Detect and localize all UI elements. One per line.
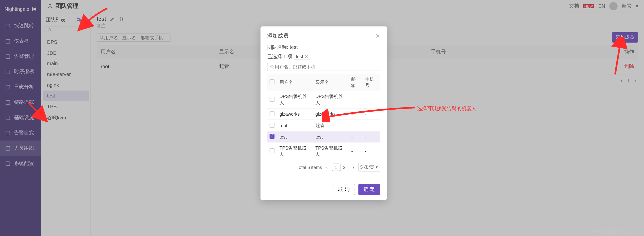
annotation-text: 选择可以接受告警的机器人: [417, 105, 476, 112]
modal-user-table: 用户名 显示名 邮箱 手机号 DPS告警机器人DPS告警机器人--gizawor…: [267, 74, 380, 160]
cancel-button[interactable]: 取 消: [333, 184, 355, 195]
page-size-select[interactable]: 5 条/页 ▾: [358, 163, 380, 172]
search-icon: [270, 64, 275, 70]
close-icon[interactable]: ✕: [375, 33, 380, 39]
watermark: CSDN @骄傲的猪猪(团团): [586, 228, 640, 235]
row-checkbox[interactable]: [270, 134, 275, 139]
row-checkbox[interactable]: [270, 111, 275, 116]
modal-row[interactable]: root超管: [267, 120, 380, 131]
svg-point-13: [271, 65, 273, 68]
modal-search[interactable]: [267, 63, 380, 71]
page-1[interactable]: 1: [332, 163, 340, 171]
modal-title: 添加成员: [267, 32, 289, 40]
modal-row[interactable]: gizaworksgizaworks--: [267, 109, 380, 120]
row-checkbox[interactable]: [270, 97, 275, 102]
page-2[interactable]: 2: [340, 163, 348, 171]
select-all-checkbox[interactable]: [270, 79, 275, 84]
selected-tag: test✕: [294, 54, 310, 60]
modal-row[interactable]: testtest--: [267, 131, 380, 142]
modal-row[interactable]: DPS告警机器人DPS告警机器人--: [267, 91, 380, 109]
add-member-modal: 添加成员 ✕ 团队名称: test 已选择 1 项 test✕ 用户名 显示名 …: [260, 26, 387, 200]
ok-button[interactable]: 确 定: [358, 184, 380, 195]
modal-row[interactable]: TPS告警机器人TPS告警机器人--: [267, 142, 380, 160]
modal-next[interactable]: ›: [351, 165, 356, 170]
row-checkbox[interactable]: [270, 123, 275, 128]
tag-remove-icon[interactable]: ✕: [304, 54, 308, 59]
row-checkbox[interactable]: [270, 148, 275, 153]
modal-prev[interactable]: ‹: [325, 165, 329, 170]
